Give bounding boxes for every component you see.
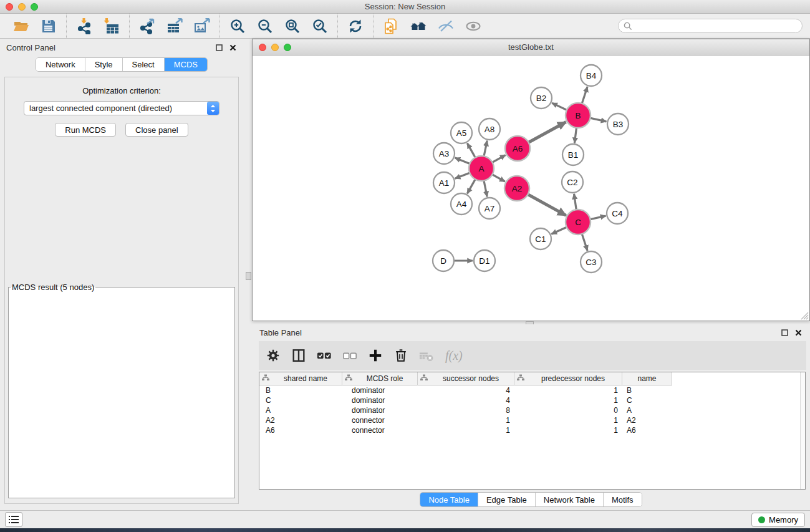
split-view-icon[interactable] — [291, 347, 307, 364]
save-session-icon[interactable] — [41, 18, 57, 34]
gear-icon[interactable] — [265, 347, 281, 364]
graph-node-A3[interactable]: A3 — [433, 143, 455, 164]
import-table-icon[interactable] — [104, 18, 120, 34]
delete-row-icon[interactable] — [393, 347, 409, 364]
delete-table-icon[interactable] — [418, 347, 435, 364]
graph-node-A7[interactable]: A7 — [479, 198, 500, 219]
zoom-fit-icon[interactable] — [284, 18, 301, 34]
column-header-predecessor-nodes[interactable]: predecessor nodes — [514, 372, 622, 385]
graph-node-C1[interactable]: C1 — [530, 228, 551, 249]
vertical-splitter-grabber[interactable] — [246, 272, 251, 280]
graph-node-A8[interactable]: A8 — [479, 118, 500, 140]
application-window: Session: New Session Control Panel — [0, 0, 810, 532]
export-network-icon[interactable] — [139, 18, 155, 34]
table-row[interactable]: Adominator80A — [259, 405, 805, 415]
search-input[interactable] — [635, 21, 799, 31]
network-close-button[interactable] — [259, 44, 266, 51]
graph-node-A2[interactable]: A2 — [504, 176, 529, 201]
column-header-name[interactable]: name — [622, 372, 672, 385]
open-session-icon[interactable] — [13, 18, 29, 34]
select-all-icon[interactable] — [316, 347, 332, 364]
graph-node-B[interactable]: B — [566, 103, 591, 128]
import-network-icon[interactable] — [76, 18, 92, 34]
tab-mcds[interactable]: MCDS — [164, 58, 207, 71]
graph-node-C2[interactable]: C2 — [562, 172, 583, 193]
close-window-button[interactable] — [6, 3, 13, 11]
zoom-selected-icon[interactable] — [312, 18, 328, 34]
table-row[interactable]: Cdominator41C — [259, 395, 805, 405]
float-panel-icon[interactable] — [215, 44, 223, 52]
close-panel-icon[interactable] — [229, 44, 237, 52]
tab-network-table[interactable]: Network Table — [535, 493, 603, 506]
table-panel-title: Table Panel — [259, 328, 302, 337]
column-header-MCDS-role[interactable]: MCDS role — [342, 372, 418, 385]
graph-node-A1[interactable]: A1 — [433, 172, 455, 193]
table-row[interactable]: A2connector11A2 — [259, 415, 805, 425]
add-row-icon[interactable] — [367, 347, 383, 364]
graph-node-B4[interactable]: B4 — [581, 65, 602, 86]
tab-select[interactable]: Select — [122, 58, 164, 71]
toolbar-group — [129, 14, 219, 38]
network-window-controls — [259, 44, 291, 51]
graph-node-A4[interactable]: A4 — [451, 193, 472, 215]
refresh-layout-icon[interactable] — [347, 18, 364, 34]
table-cell: A — [622, 405, 672, 415]
task-history-button[interactable] — [5, 512, 22, 527]
graph-node-A6[interactable]: A6 — [505, 136, 530, 161]
table-row[interactable]: A6connector11A6 — [259, 425, 805, 435]
network-graph[interactable]: B4B2BB3B1A5A8A6A3AA1A2C2A4A7C4CC1C3DD1 — [253, 56, 809, 321]
export-table-icon[interactable] — [166, 18, 183, 34]
criterion-select[interactable]: largest connected component (directed) — [24, 101, 219, 115]
close-panel-button[interactable]: Close panel — [125, 123, 188, 137]
memory-label: Memory — [769, 515, 798, 525]
resize-grip-icon[interactable] — [801, 312, 809, 320]
maximize-window-button[interactable] — [31, 3, 38, 11]
function-builder-button[interactable]: f(x) — [444, 349, 463, 363]
minimize-window-button[interactable] — [18, 3, 26, 11]
table-cell: A6 — [622, 425, 672, 435]
memory-button[interactable]: Memory — [751, 513, 805, 527]
search-box[interactable] — [618, 19, 803, 33]
graph-node-C3[interactable]: C3 — [581, 251, 602, 273]
column-header-successor-nodes[interactable]: successor nodes — [418, 372, 514, 385]
svg-text:C1: C1 — [535, 235, 546, 244]
graph-node-C4[interactable]: C4 — [607, 203, 628, 224]
deselect-all-icon[interactable] — [342, 347, 358, 364]
graph-node-B1[interactable]: B1 — [562, 144, 584, 165]
table-scrollbar[interactable] — [800, 372, 805, 489]
graph-node-D1[interactable]: D1 — [474, 250, 495, 271]
home-icon[interactable] — [410, 18, 427, 34]
tab-network[interactable]: Network — [36, 58, 85, 71]
mcds-result-list[interactable]: A2ABCA6 — [9, 292, 234, 293]
hide-details-icon[interactable] — [438, 18, 454, 34]
svg-text:B: B — [575, 111, 581, 120]
zoom-out-icon[interactable] — [257, 18, 273, 34]
zoom-in-icon[interactable] — [229, 18, 246, 34]
graph-node-A5[interactable]: A5 — [451, 122, 472, 143]
node-table[interactable]: shared nameMCDS rolesuccessor nodesprede… — [259, 372, 806, 490]
tab-edge-table[interactable]: Edge Table — [478, 493, 535, 506]
network-maximize-button[interactable] — [284, 44, 291, 51]
new-network-icon[interactable] — [383, 18, 399, 34]
float-table-panel-icon[interactable] — [781, 329, 789, 337]
graph-node-A[interactable]: A — [469, 156, 494, 181]
result-list-item[interactable]: A2 — [11, 293, 232, 293]
tab-node-table[interactable]: Node Table — [420, 493, 478, 506]
network-minimize-button[interactable] — [271, 44, 279, 51]
graph-node-D[interactable]: D — [433, 250, 454, 271]
attribute-type-icon — [345, 374, 352, 383]
run-mcds-button[interactable]: Run MCDS — [55, 123, 116, 137]
tab-style[interactable]: Style — [85, 58, 122, 71]
graph-node-B2[interactable]: B2 — [531, 87, 552, 109]
show-details-icon[interactable] — [465, 18, 481, 34]
table-row[interactable]: Bdominator41B — [259, 385, 805, 395]
close-table-panel-icon[interactable] — [794, 329, 803, 337]
network-canvas[interactable]: B4B2BB3B1A5A8A6A3AA1A2C2A4A7C4CC1C3DD1 — [253, 56, 809, 321]
graph-node-C[interactable]: C — [566, 210, 591, 235]
column-header-shared-name[interactable]: shared name — [259, 372, 342, 385]
network-window-titlebar[interactable]: testGlobe.txt — [253, 39, 809, 56]
export-image-icon[interactable] — [194, 18, 210, 34]
table-cell: A2 — [259, 415, 342, 425]
graph-node-B3[interactable]: B3 — [607, 114, 629, 135]
tab-motifs[interactable]: Motifs — [603, 493, 642, 506]
